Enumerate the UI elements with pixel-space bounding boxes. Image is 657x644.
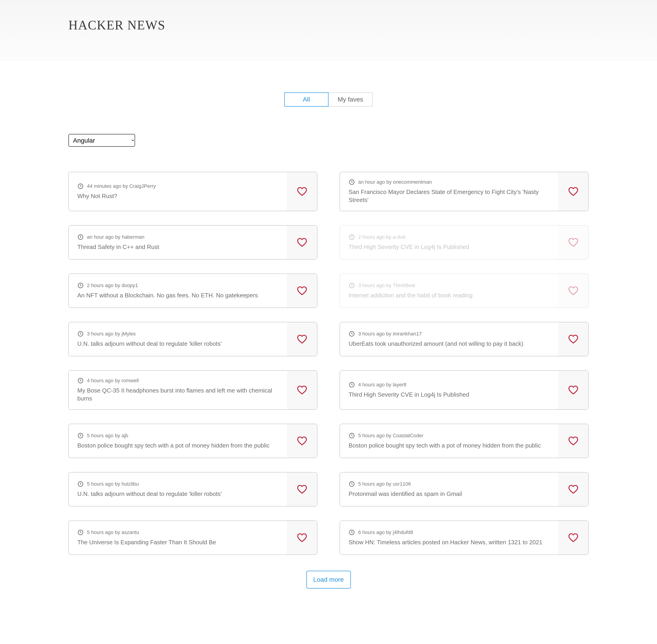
clock-icon — [77, 331, 84, 337]
story-meta: 3 hours ago by ThinkBeat — [349, 282, 549, 289]
story-card[interactable]: 4 hours ago by romwellMy Bose QC-35 II h… — [68, 370, 317, 410]
heart-icon — [297, 484, 307, 494]
story-title: UberEats took unauthorized amount (and n… — [349, 340, 549, 348]
favorite-button[interactable] — [287, 473, 317, 506]
clock-icon — [349, 282, 355, 289]
story-card-body: 2 hours ago by a-dubThird High Severity … — [340, 226, 558, 259]
clock-icon — [349, 382, 355, 388]
story-meta: an hour ago by haberman — [77, 234, 278, 240]
story-card[interactable]: 5 hours ago by usr1106Protonmail was ide… — [340, 472, 589, 506]
clock-icon — [77, 377, 84, 384]
heart-icon — [568, 385, 579, 395]
story-card[interactable]: 5 hours ago by hutzlibuU.N. talks adjour… — [68, 472, 317, 506]
story-card-body: 2 hours ago by doopy1An NFT without a Bl… — [69, 274, 287, 307]
story-meta-text: 5 hours ago by usr1106 — [358, 481, 411, 487]
heart-icon — [568, 286, 579, 296]
favorite-button[interactable] — [287, 424, 317, 458]
filter-row: AngularReactVue — [68, 134, 589, 147]
heart-icon — [568, 533, 579, 543]
story-meta: 2 hours ago by a-dub — [349, 234, 549, 240]
story-meta-text: 5 hours ago by hutzlibu — [87, 481, 139, 487]
story-meta-text: 44 minutes ago by CraigJPerry — [87, 183, 156, 189]
story-meta-text: 3 hours ago by imrankhan17 — [358, 331, 422, 337]
story-title: Boston police bought spy tech with a pot… — [77, 442, 278, 450]
story-card-body: an hour ago by onecommentmanSan Francisc… — [340, 172, 558, 211]
story-title: Third High Severity CVE in Log4j Is Publ… — [349, 391, 549, 399]
story-card[interactable]: 5 hours ago by aszantuThe Universe Is Ex… — [68, 521, 317, 555]
story-card[interactable]: 2 hours ago by doopy1An NFT without a Bl… — [68, 274, 317, 308]
favorite-button[interactable] — [558, 274, 588, 307]
favorite-button[interactable] — [287, 521, 317, 555]
favorite-button[interactable] — [558, 172, 588, 211]
story-card-body: 3 hours ago by jMylesU.N. talks adjourn … — [69, 322, 287, 356]
story-title: Thread Safety in C++ and Rust — [77, 243, 278, 251]
favorite-button[interactable] — [558, 424, 588, 458]
story-card-body: 5 hours ago by hutzlibuU.N. talks adjour… — [69, 473, 287, 506]
favorite-button[interactable] — [558, 322, 588, 356]
story-title: Why Not Rust? — [77, 192, 278, 200]
favorite-button[interactable] — [287, 322, 317, 356]
story-meta-text: 4 hours ago by layer8 — [358, 382, 406, 388]
story-card[interactable]: 3 hours ago by ThinkBeatInternet addicti… — [340, 274, 589, 308]
heart-icon — [297, 237, 307, 247]
story-meta: 5 hours ago by hutzlibu — [77, 481, 278, 487]
tabs: All My faves — [284, 92, 373, 107]
favorite-button[interactable] — [287, 172, 317, 211]
story-card[interactable]: 4 hours ago by layer8Third High Severity… — [340, 370, 589, 410]
story-card-body: 5 hours ago by aszantuThe Universe Is Ex… — [69, 521, 287, 555]
story-title: Protonmail was identified as spam in Gma… — [349, 490, 549, 498]
favorite-button[interactable] — [558, 226, 588, 259]
story-card-body: 5 hours ago by CoastalCoderBoston police… — [340, 424, 558, 458]
favorite-button[interactable] — [287, 274, 317, 307]
heart-icon — [297, 533, 307, 543]
story-meta-text: an hour ago by haberman — [87, 234, 144, 240]
story-card[interactable]: 5 hours ago by CoastalCoderBoston police… — [340, 424, 589, 458]
story-meta-text: 3 hours ago by jMyles — [87, 331, 136, 337]
story-meta-text: 4 hours ago by romwell — [87, 378, 139, 384]
story-card[interactable]: 2 hours ago by a-dubThird High Severity … — [340, 225, 589, 259]
story-card[interactable]: an hour ago by onecommentmanSan Francisc… — [340, 172, 589, 211]
story-meta-text: 3 hours ago by ThinkBeat — [358, 282, 415, 289]
story-card[interactable]: 44 minutes ago by CraigJPerryWhy Not Rus… — [68, 172, 317, 211]
story-meta-text: 2 hours ago by doopy1 — [87, 282, 138, 289]
load-more-container: Load more — [0, 555, 657, 616]
story-meta: 4 hours ago by layer8 — [349, 382, 549, 388]
favorite-button[interactable] — [558, 371, 588, 409]
story-title: U.N. talks adjourn without deal to regul… — [77, 490, 278, 498]
heart-icon — [297, 385, 307, 395]
clock-icon — [349, 179, 355, 185]
clock-icon — [77, 433, 84, 439]
clock-icon — [77, 529, 84, 536]
clock-icon — [77, 234, 84, 240]
favorite-button[interactable] — [287, 226, 317, 259]
story-card-body: 4 hours ago by romwellMy Bose QC-35 II h… — [69, 371, 287, 409]
clock-icon — [349, 331, 355, 337]
story-card[interactable]: 3 hours ago by jMylesU.N. talks adjourn … — [68, 322, 317, 356]
tab-all[interactable]: All — [284, 92, 329, 107]
story-meta-text: 5 hours ago by CoastalCoder — [358, 433, 423, 439]
clock-icon — [349, 234, 355, 240]
story-card[interactable]: 5 hours ago by ajbBoston police bought s… — [68, 424, 317, 458]
tab-my-faves[interactable]: My faves — [329, 92, 373, 107]
clock-icon — [77, 481, 84, 487]
heart-icon — [568, 484, 579, 494]
heart-icon — [297, 334, 307, 344]
story-meta-text: 5 hours ago by aszantu — [87, 529, 139, 535]
story-title: Show HN: Timeless articles posted on Hac… — [349, 538, 549, 546]
favorite-button[interactable] — [558, 521, 588, 555]
clock-icon — [77, 282, 84, 289]
story-meta: an hour ago by onecommentman — [349, 179, 549, 185]
heart-icon — [297, 187, 307, 196]
favorite-button[interactable] — [287, 371, 317, 409]
story-card[interactable]: an hour ago by habermanThread Safety in … — [68, 225, 317, 259]
story-card[interactable]: 6 hours ago by j4lhdufd8Show HN: Timeles… — [340, 521, 589, 555]
framework-select[interactable]: AngularReactVue — [68, 134, 135, 147]
heart-icon — [297, 286, 307, 296]
story-card[interactable]: 3 hours ago by imrankhan17UberEats took … — [340, 322, 589, 356]
story-card-body: 44 minutes ago by CraigJPerryWhy Not Rus… — [69, 172, 287, 211]
clock-icon — [349, 433, 355, 439]
favorite-button[interactable] — [558, 473, 588, 506]
load-more-button[interactable]: Load more — [306, 571, 351, 589]
story-card-body: 6 hours ago by j4lhdufd8Show HN: Timeles… — [340, 521, 558, 555]
heart-icon — [568, 436, 579, 446]
